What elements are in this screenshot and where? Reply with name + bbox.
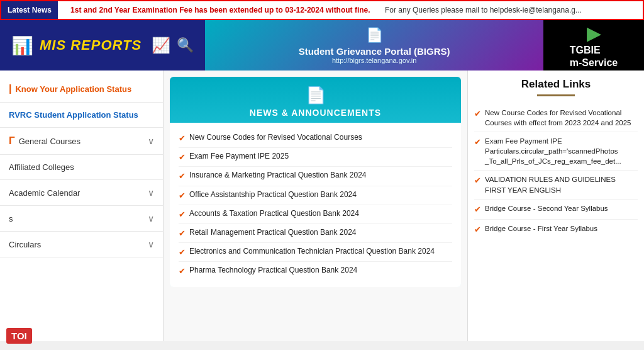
related-link-item[interactable]: ✔ VALIDATION RULES AND GUIDELINES FIRST … (474, 171, 638, 199)
news-header: 📄 NEWS & ANNOUNCEMENTS (170, 77, 461, 123)
ticker-bar: Latest News 1st and 2nd Year Examination… (0, 0, 644, 20)
related-link-item[interactable]: ✔ Exam Fee Payment IPE Particulars.circu… (474, 132, 638, 171)
ticker-text: 1st and 2nd Year Examination Fee has bee… (58, 6, 582, 14)
news-text: Retail Management Practical Question Ban… (189, 227, 356, 238)
news-text: Exam Fee Payment IPE 2025 (189, 151, 289, 162)
grievance-url: http://bigrs.telangana.gov.in (332, 57, 416, 64)
chevron-down-icon2: ∨ (148, 188, 154, 198)
check-icon: ✔ (179, 247, 186, 258)
news-text: New Course Codes for Revised Vocational … (189, 132, 362, 143)
sidebar-item-application-status[interactable]: | Know Your Application Status (0, 76, 163, 103)
news-item[interactable]: ✔ Retail Management Practical Question B… (179, 224, 452, 243)
banner-row: 📊 MIS REPORTS 📈 🔍 📄 Student Grievance Po… (0, 20, 644, 71)
bracket-icon2: Γ (9, 135, 15, 147)
news-item[interactable]: ✔ Accounts & Taxation Practical Question… (179, 205, 452, 224)
news-title: NEWS & ANNOUNCEMENTS (250, 108, 381, 118)
check-icon: ✔ (179, 266, 186, 277)
check-icon: ✔ (179, 171, 186, 182)
sidebar: | Know Your Application Status RVRC Stud… (0, 71, 164, 341)
check-icon: ✔ (179, 133, 186, 144)
related-link-item[interactable]: ✔ Bridge Course - Second Year Syllabus (474, 200, 638, 220)
banner-grievance[interactable]: 📄 Student Grievance Portal (BIGRS) http:… (205, 20, 543, 71)
check-icon: ✔ (474, 108, 481, 120)
mis-icon: 📊 (11, 35, 33, 56)
related-links-title: Related Links (474, 78, 638, 91)
related-link-text: Exam Fee Payment IPE Particulars.circula… (485, 136, 638, 166)
news-text: Office Assistantship Practical Question … (189, 189, 357, 200)
play-icon: ▶ (587, 22, 601, 44)
news-text: Pharma Technology Practical Question Ban… (189, 265, 357, 276)
sidebar-item-rvrc[interactable]: RVRC Student Application Status (0, 103, 163, 128)
news-list: ✔ New Course Codes for Revised Vocationa… (170, 123, 461, 287)
related-link-item[interactable]: ✔ Bridge Course - First Year Syllabus (474, 220, 638, 239)
sidebar-label-circulars: Circulars (9, 240, 41, 249)
sidebar-item-circulars[interactable]: Circulars ∨ (0, 232, 163, 257)
chevron-down-icon: ∨ (148, 136, 154, 146)
news-item[interactable]: ✔ Insurance & Marketing Practical Questi… (179, 167, 452, 186)
news-item[interactable]: ✔ Pharma Technology Practical Question B… (179, 262, 452, 280)
sidebar-item-s[interactable]: s ∨ (0, 206, 163, 232)
check-icon: ✔ (179, 209, 186, 220)
chevron-down-icon4: ∨ (148, 239, 154, 249)
related-link-item[interactable]: ✔ New Course Codes for Revised Vocationa… (474, 104, 638, 132)
sidebar-label-application: Know Your Application Status (15, 84, 131, 94)
app-title: TGBIE m-Service (570, 44, 618, 68)
related-link-text: Bridge Course - First Year Syllabus (485, 223, 597, 234)
check-icon: ✔ (179, 228, 186, 239)
check-icon: ✔ (474, 204, 481, 215)
right-panel: Related Links ✔ New Course Codes for Rev… (468, 71, 644, 341)
sidebar-label-affiliated: Affiliated Colleges (9, 162, 74, 172)
grievance-title: Student Grievance Portal (BIGRS) (299, 46, 450, 57)
banner-app[interactable]: ▶ TGBIE m-Service (543, 20, 644, 71)
news-item[interactable]: ✔ Exam Fee Payment IPE 2025 (179, 148, 452, 167)
news-text: Insurance & Marketing Practical Question… (189, 170, 366, 181)
check-icon: ✔ (474, 175, 481, 186)
news-item[interactable]: ✔ Electronics and Communication Technici… (179, 243, 452, 262)
bracket-icon: | (9, 83, 11, 94)
sidebar-label-s: s (9, 214, 13, 223)
related-links-divider (537, 94, 575, 96)
check-icon: ✔ (474, 224, 481, 235)
news-item[interactable]: ✔ New Course Codes for Revised Vocationa… (179, 129, 452, 148)
related-link-text: VALIDATION RULES AND GUIDELINES FIRST YE… (485, 174, 638, 195)
sidebar-label-academic: Academic Calendar (9, 188, 80, 198)
grievance-icon: 📄 (366, 27, 383, 43)
news-icon: 📄 (170, 86, 461, 105)
check-icon: ✔ (474, 137, 481, 148)
check-icon: ✔ (179, 190, 186, 201)
related-link-text: New Course Codes for Revised Vocational … (485, 108, 638, 128)
sidebar-item-affiliated[interactable]: Affiliated Colleges (0, 155, 163, 180)
center-content: 📄 NEWS & ANNOUNCEMENTS ✔ New Course Code… (164, 71, 468, 341)
banner-mis[interactable]: 📊 MIS REPORTS 📈 🔍 (0, 20, 205, 71)
main-container: | Know Your Application Status RVRC Stud… (0, 71, 644, 341)
sidebar-item-general-courses[interactable]: Γ General Courses ∨ (0, 128, 163, 155)
mis-title: MIS REPORTS (40, 37, 142, 54)
news-box: 📄 NEWS & ANNOUNCEMENTS ✔ New Course Code… (170, 77, 461, 287)
search-icon: 🔍 (177, 37, 194, 54)
chart-icon: 📈 (152, 37, 170, 54)
toi-badge: TOI (6, 328, 32, 341)
sidebar-label-rvrc: RVRC Student Application Status (9, 110, 138, 120)
sidebar-item-academic[interactable]: Academic Calendar ∨ (0, 180, 163, 206)
related-link-text: Bridge Course - Second Year Syllabus (485, 203, 608, 213)
ticker-label: Latest News (1, 1, 58, 19)
chevron-down-icon3: ∨ (148, 213, 154, 223)
news-text: Electronics and Communication Technician… (189, 246, 435, 257)
sidebar-label-general: General Courses (19, 137, 80, 146)
check-icon: ✔ (179, 152, 186, 163)
news-item[interactable]: ✔ Office Assistantship Practical Questio… (179, 186, 452, 205)
related-links-list: ✔ New Course Codes for Revised Vocationa… (474, 104, 638, 239)
news-text: Accounts & Taxation Practical Question B… (189, 208, 359, 219)
